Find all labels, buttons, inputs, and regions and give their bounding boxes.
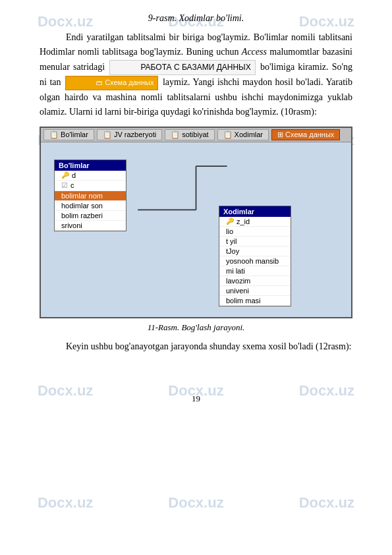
schema-icon: 🗃: [96, 79, 103, 86]
bolimlar-row-srivoni: srivoni: [55, 221, 126, 231]
tab-sotibiyat[interactable]: 📋 sotibiyat: [165, 129, 214, 140]
xodimlar-row-univeni: univeni: [219, 286, 291, 296]
xodimlar-table: Xodimlar 🔑 z_id lio t yil tJoy: [219, 206, 291, 307]
xodimlar-row-tyil: t yil: [219, 237, 291, 247]
xodimlar-row-mansib: yosnooh mansib: [219, 256, 291, 266]
page-number: 19: [40, 394, 352, 404]
bolimlar-row-razberi: bolim razberi: [55, 211, 126, 221]
bolimlar-title: Bo'limlar: [55, 160, 126, 171]
bolimlar-row-nom: bolimlar nom: [55, 191, 126, 201]
xodimlar-row-lavozim: lavozim: [219, 276, 291, 286]
badge-rabota: РАБОТА С БАЗАМИ ДАННЫХ: [109, 60, 255, 75]
tab-jv[interactable]: 📋 JV razberyoti: [97, 129, 162, 140]
figure9-caption: 9-rasm. Xodimlar bo'limi.: [40, 13, 352, 24]
xodimlar-row-lio: lio: [219, 227, 291, 237]
xodimlar-title-text: Xodimlar: [223, 208, 254, 216]
xodimlar-row-zid: 🔑 z_id: [219, 217, 291, 227]
diagram-body: Bo'limlar 🔑 d ☑ c bolimlar nom hodimlar: [41, 142, 351, 317]
key-icon-d: 🔑: [61, 171, 69, 179]
paragraph2: Keyin ushbu bog'anayotgan jarayonda shun…: [40, 339, 352, 354]
bolimlar-table: Bo'limlar 🔑 d ☑ c bolimlar nom hodimlar: [54, 160, 126, 231]
tab-bolimlar[interactable]: 📋 Bo'limlar: [43, 129, 94, 140]
watermark-12: Docx.uz: [299, 494, 354, 511]
bolimlar-row-d: 🔑 d: [55, 171, 126, 181]
xodimlar-row-milati: mi lati: [219, 266, 291, 276]
page: Docx.uz Docx.uz Docx.uz Docx.uz Docx.uz …: [0, 0, 392, 555]
paragraph1: Endi yaratilgan tablitsalmi bir biriga b…: [40, 30, 352, 120]
bolimlar-row-c: ☑ c: [55, 181, 126, 191]
schema-tab-icon: ⊞: [277, 131, 283, 138]
badge-schema: 🗃 Схема данных: [65, 76, 158, 90]
bolimlar-row-son: hodimlar son: [55, 201, 126, 211]
xodimlar-row-bolimmasi: bolim masi: [219, 296, 291, 306]
watermark-10: Docx.uz: [38, 494, 93, 511]
tab-xodimlar[interactable]: 📋 Xodimlar: [217, 129, 269, 140]
figure11-caption: 11-Rasm. Bog'lash jarayoni.: [40, 322, 352, 333]
check-icon: ☑: [61, 181, 68, 190]
bolimlar-title-text: Bo'limlar: [59, 161, 90, 169]
key-icon-zid: 🔑: [226, 218, 234, 225]
content: 9-rasm. Xodimlar bo'limi. Endi yaratilga…: [40, 13, 352, 404]
xodimlar-title: Xodimlar: [219, 206, 291, 217]
schema-diagram: 📋 Bo'limlar 📋 JV razberyoti 📋 sotibiyat …: [40, 127, 352, 318]
access-word: Access: [242, 47, 267, 57]
xodimlar-row-tjoy: tJoy: [219, 247, 291, 256]
diagram-toolbar: 📋 Bo'limlar 📋 JV razberyoti 📋 sotibiyat …: [41, 128, 351, 142]
tab-schema[interactable]: ⊞ Схема данных: [271, 129, 340, 140]
watermark-11: Docx.uz: [168, 494, 223, 511]
